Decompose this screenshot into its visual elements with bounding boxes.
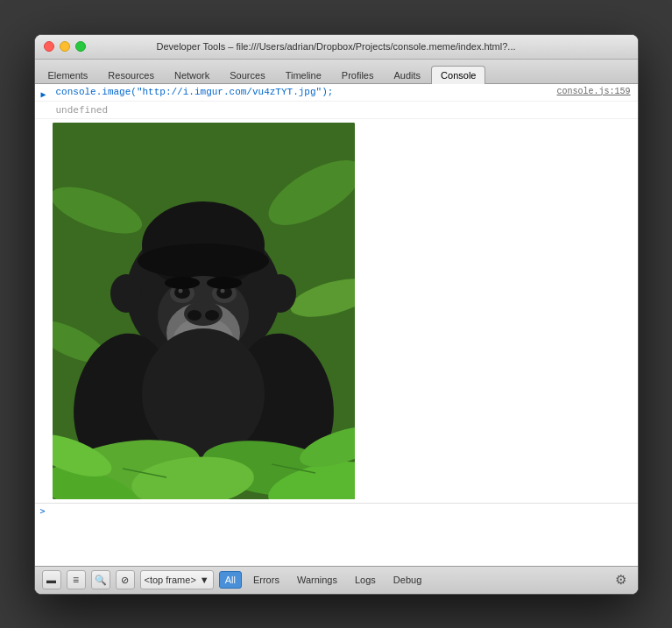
command-arrow-gutter: ▶ (35, 84, 53, 100)
filter-warnings-button[interactable]: Warnings (291, 571, 343, 589)
console-source-link[interactable]: console.js:159 (549, 84, 637, 99)
svg-point-19 (178, 288, 182, 293)
title-bar: Developer Tools – file:///Users/adrian/D… (35, 35, 638, 60)
svg-point-13 (187, 310, 202, 321)
tab-elements[interactable]: Elements (39, 66, 98, 84)
search-icon: 🔍 (95, 575, 107, 586)
block-icon: ⊘ (121, 575, 129, 586)
tab-profiles[interactable]: Profiles (332, 66, 384, 84)
console-command-text: console.image("http://i.imgur.com/vu4zTY… (53, 84, 349, 100)
svg-point-21 (165, 277, 200, 289)
svg-point-22 (207, 277, 242, 289)
traffic-lights (44, 41, 86, 52)
console-output-row: undefined (35, 102, 638, 119)
settings-gear-button[interactable]: ⚙ (612, 570, 631, 589)
devtools-window: Developer Tools – file:///Users/adrian/D… (34, 34, 639, 595)
gear-icon: ⚙ (615, 572, 626, 588)
svg-point-24 (110, 274, 142, 313)
svg-point-28 (142, 328, 265, 460)
console-undefined-text: undefined (53, 102, 638, 118)
block-button[interactable]: ⊘ (116, 570, 135, 589)
stack-toggle-button[interactable]: ≡ (67, 570, 86, 589)
tab-network[interactable]: Network (165, 66, 219, 84)
filter-debug-button[interactable]: Debug (387, 571, 428, 589)
search-button[interactable]: 🔍 (91, 570, 110, 589)
filter-errors-button[interactable]: Errors (247, 571, 286, 589)
svg-point-14 (205, 310, 219, 321)
output-gutter (35, 102, 53, 104)
input-prompt-arrow: > (35, 506, 49, 516)
filter-logs-button[interactable]: Logs (349, 571, 382, 589)
console-toggle-button[interactable]: ▬ (42, 570, 61, 589)
frame-selector-label: <top frame> (145, 575, 196, 585)
minimize-button[interactable] (60, 41, 70, 52)
console-image-row (35, 119, 638, 503)
command-arrow-icon: ▶ (40, 87, 46, 100)
filter-all-button[interactable]: All (219, 571, 242, 589)
close-button[interactable] (44, 41, 54, 52)
stack-icon: ≡ (73, 574, 79, 586)
svg-point-20 (220, 288, 224, 293)
console-input-field[interactable] (49, 506, 638, 517)
frame-selector[interactable]: <top frame> ▼ (140, 570, 214, 589)
console-icon: ▬ (46, 575, 56, 585)
console-command-row: ▶ console.image("http://i.imgur.com/vu4z… (35, 84, 638, 102)
gorilla-svg (53, 123, 355, 499)
frame-dropdown-arrow: ▼ (200, 575, 209, 585)
tab-console[interactable]: Console (431, 66, 485, 84)
tab-sources[interactable]: Sources (220, 66, 274, 84)
window-title: Developer Tools – file:///Users/adrian/D… (156, 41, 515, 52)
bottom-toolbar: ▬ ≡ 🔍 ⊘ <top frame> ▼ All Errors Warning… (35, 566, 638, 594)
tab-audits[interactable]: Audits (385, 66, 431, 84)
tab-bar: Elements Resources Network Sources Timel… (35, 60, 638, 84)
maximize-button[interactable] (75, 41, 86, 52)
svg-point-8 (138, 243, 269, 279)
console-gorilla-image (53, 123, 355, 499)
tab-timeline[interactable]: Timeline (276, 66, 331, 84)
svg-point-25 (265, 274, 296, 313)
tab-resources[interactable]: Resources (98, 66, 164, 84)
console-input-row: > (35, 503, 638, 519)
console-area: ▶ console.image("http://i.imgur.com/vu4z… (35, 84, 638, 566)
